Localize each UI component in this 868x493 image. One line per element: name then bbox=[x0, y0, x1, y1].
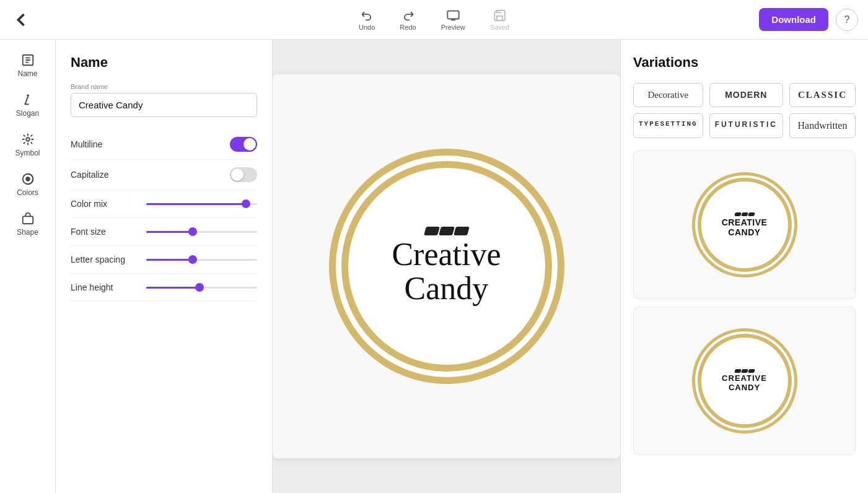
brand-name-group: Brand name bbox=[71, 83, 257, 117]
mini-candy-2c bbox=[748, 369, 755, 373]
mini-logo-text-1: CREATIVECANDY bbox=[722, 217, 768, 237]
sidebar-label-symbol: Symbol bbox=[15, 149, 40, 157]
color-mix-row: Color mix bbox=[71, 190, 257, 218]
font-size-fill bbox=[146, 231, 193, 233]
svg-point-7 bbox=[26, 177, 30, 181]
sidebar-label-colors: Colors bbox=[17, 188, 38, 197]
multiline-knob bbox=[243, 138, 256, 151]
sidebar-item-shape[interactable]: Shape bbox=[3, 206, 53, 243]
letter-spacing-thumb bbox=[188, 255, 197, 264]
mini-candy-1b bbox=[741, 212, 748, 216]
variation-chip-handwritten[interactable]: Handwritten bbox=[789, 113, 856, 138]
capitalize-toggle[interactable] bbox=[230, 167, 257, 182]
svg-point-5 bbox=[26, 137, 30, 141]
svg-rect-8 bbox=[22, 216, 33, 224]
variation-chip-classic[interactable]: CLASSIC bbox=[789, 83, 856, 107]
mini-logo-middle-1: CREATIVECANDY bbox=[695, 175, 794, 274]
candy-icon-2 bbox=[439, 227, 455, 235]
mini-candy-1c bbox=[748, 212, 755, 216]
mini-logo-outer-1: CREATIVECANDY bbox=[692, 172, 797, 277]
sidebar-item-name[interactable]: Name bbox=[3, 47, 53, 84]
logo-icon-row bbox=[425, 227, 468, 235]
letter-spacing-label: Letter spacing bbox=[71, 255, 139, 264]
logo-circle-outer: CreativeCandy bbox=[329, 149, 564, 384]
line-height-track[interactable] bbox=[146, 287, 257, 289]
logo-brand-text: CreativeCandy bbox=[392, 238, 501, 305]
text-icon bbox=[21, 53, 35, 67]
toolbar: Undo Redo Preview Saved Download ? bbox=[0, 0, 868, 40]
panel-title: Name bbox=[71, 55, 257, 71]
variation-grid: Decorative MODERN CLASSIC TYPESETTING FU… bbox=[633, 83, 856, 138]
main-layout: Name Slogan Symbol Colors Shape Name Bra… bbox=[0, 40, 868, 493]
mini-candy-2a bbox=[734, 369, 742, 373]
italic-icon bbox=[21, 93, 35, 107]
multiline-row: Multiline bbox=[71, 129, 257, 160]
colors-icon bbox=[21, 172, 35, 186]
mini-logo-outer-2: CREATIVECANDY bbox=[692, 328, 797, 434]
capitalize-knob bbox=[231, 168, 243, 181]
left-panel: Name Brand name Multiline Capitalize Col… bbox=[56, 40, 273, 493]
preview-button[interactable]: Preview bbox=[436, 6, 470, 33]
variation-preview-1[interactable]: CREATIVECANDY bbox=[633, 151, 856, 299]
font-size-row: Font size bbox=[71, 218, 257, 246]
line-height-row: Line height bbox=[71, 274, 257, 302]
variation-chip-modern[interactable]: MODERN bbox=[709, 83, 783, 107]
color-mix-track[interactable] bbox=[146, 203, 257, 205]
line-height-label: Line height bbox=[71, 282, 139, 292]
right-panel: Variations Decorative MODERN CLASSIC TYP… bbox=[620, 40, 868, 493]
mini-logo-inner-2: CREATIVECANDY bbox=[698, 334, 792, 428]
symbol-icon bbox=[21, 133, 35, 146]
icon-sidebar: Name Slogan Symbol Colors Shape bbox=[0, 40, 56, 493]
mini-candy-2b bbox=[741, 369, 748, 373]
redo-button[interactable]: Redo bbox=[395, 6, 421, 33]
variation-preview-2[interactable]: CREATIVECANDY bbox=[633, 307, 856, 455]
variation-chip-futuristic[interactable]: FUTURISTIC bbox=[709, 113, 783, 138]
logo-circle-middle: CreativeCandy bbox=[336, 155, 558, 377]
color-mix-label: Color mix bbox=[71, 199, 139, 209]
sidebar-label-shape: Shape bbox=[17, 228, 38, 237]
logo-circle-white: CreativeCandy bbox=[348, 168, 545, 365]
undo-button[interactable]: Undo bbox=[354, 6, 380, 33]
sidebar-label-name: Name bbox=[17, 69, 37, 78]
logo-circle-inner: CreativeCandy bbox=[341, 161, 552, 372]
line-height-thumb bbox=[195, 283, 204, 292]
color-mix-fill bbox=[146, 203, 246, 205]
saved-button: Saved bbox=[485, 6, 514, 33]
svg-line-4 bbox=[25, 95, 28, 105]
download-button[interactable]: Download bbox=[759, 8, 828, 31]
variation-chip-decorative[interactable]: Decorative bbox=[633, 83, 703, 107]
letter-spacing-track[interactable] bbox=[146, 259, 257, 261]
mini-logo-white-2: CREATIVECANDY bbox=[701, 338, 788, 424]
font-size-label: Font size bbox=[71, 227, 139, 237]
mini-candy-row-2 bbox=[735, 369, 755, 373]
mini-logo-inner-1: CREATIVECANDY bbox=[698, 178, 792, 272]
undo-label: Undo bbox=[359, 24, 375, 31]
font-size-thumb bbox=[188, 227, 197, 236]
back-button[interactable] bbox=[10, 9, 32, 31]
brand-name-label: Brand name bbox=[71, 83, 257, 90]
line-height-fill bbox=[146, 287, 199, 289]
letter-spacing-fill bbox=[146, 259, 193, 261]
multiline-toggle[interactable] bbox=[230, 137, 257, 152]
sidebar-item-colors[interactable]: Colors bbox=[3, 166, 53, 203]
letter-spacing-row: Letter spacing bbox=[71, 246, 257, 274]
sidebar-item-slogan[interactable]: Slogan bbox=[3, 87, 53, 124]
variation-chip-typesetting[interactable]: TYPESETTING bbox=[633, 113, 703, 138]
brand-name-input[interactable] bbox=[71, 93, 257, 117]
candy-icon-1 bbox=[424, 227, 440, 235]
mini-logo-middle-2: CREATIVECANDY bbox=[695, 331, 794, 430]
preview-label: Preview bbox=[441, 24, 465, 31]
sidebar-item-symbol[interactable]: Symbol bbox=[3, 126, 53, 164]
canvas-area: CreativeCandy bbox=[273, 40, 620, 493]
variations-title: Variations bbox=[633, 55, 856, 71]
shape-icon bbox=[21, 212, 35, 225]
redo-label: Redo bbox=[400, 24, 416, 31]
font-size-track[interactable] bbox=[146, 231, 257, 233]
help-button[interactable]: ? bbox=[836, 9, 858, 31]
candy-icon-3 bbox=[454, 227, 470, 235]
capitalize-label: Capitalize bbox=[71, 170, 108, 180]
mini-logo-white-1: CREATIVECANDY bbox=[701, 181, 788, 268]
multiline-label: Multiline bbox=[71, 139, 102, 149]
svg-rect-0 bbox=[447, 11, 458, 19]
sidebar-label-slogan: Slogan bbox=[16, 109, 39, 118]
